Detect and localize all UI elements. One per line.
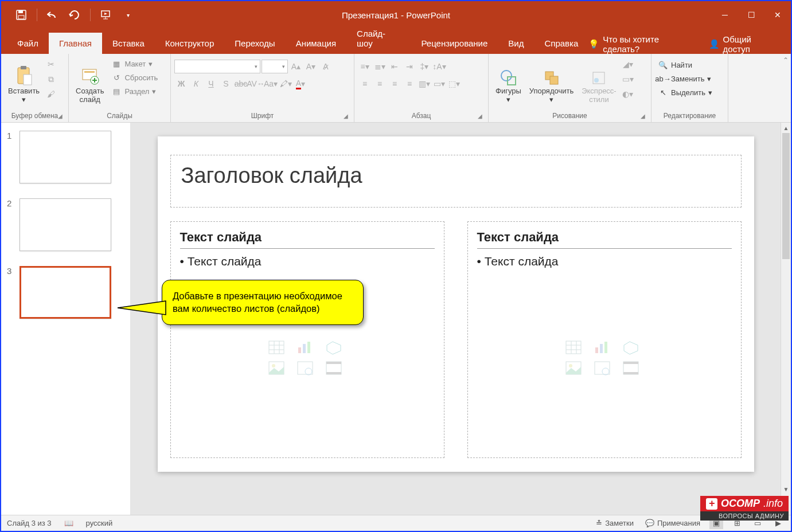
italic-icon[interactable]: К — [189, 77, 203, 91]
tab-home[interactable]: Главная — [49, 33, 102, 54]
tab-view[interactable]: Вид — [498, 33, 534, 54]
insert-picture-icon[interactable] — [268, 361, 286, 376]
tab-review[interactable]: Рецензирование — [411, 33, 498, 54]
decrease-font-icon[interactable]: A▾ — [304, 60, 318, 73]
close-button[interactable]: ✕ — [764, 1, 791, 29]
strike-icon[interactable]: abc — [234, 77, 248, 91]
collapse-ribbon-icon[interactable]: ⌃ — [783, 56, 789, 64]
font-family-select[interactable] — [174, 60, 260, 73]
align-right-icon[interactable]: ≡ — [388, 77, 401, 91]
insert-smartart-icon[interactable] — [326, 341, 343, 355]
decrease-indent-icon[interactable]: ⇤ — [388, 60, 401, 73]
reset-button[interactable]: ↺Сбросить — [108, 71, 161, 84]
scroll-track[interactable] — [781, 133, 791, 484]
spellcheck-button[interactable]: 📖 — [62, 519, 76, 527]
scroll-thumb[interactable] — [782, 133, 790, 259]
tab-slideshow[interactable]: Слайд-шоу — [346, 23, 411, 54]
insert-online-picture-icon[interactable] — [297, 361, 314, 376]
svg-point-46 — [602, 368, 609, 375]
start-from-beginning-icon[interactable] — [96, 5, 116, 25]
bullets-icon[interactable]: ≡▾ — [358, 60, 372, 73]
insert-smartart-icon[interactable] — [623, 341, 640, 355]
minimize-button[interactable]: ─ — [712, 1, 738, 29]
slide-counter[interactable]: Слайд 3 из 3 — [7, 519, 52, 527]
char-spacing-icon[interactable]: AV↔ — [249, 77, 263, 91]
thumb-number: 1 — [7, 131, 15, 140]
columns-icon[interactable]: ▥▾ — [418, 77, 431, 91]
insert-chart-icon[interactable] — [594, 341, 611, 355]
new-slide-button[interactable]: Создать слайд — [72, 56, 107, 107]
redo-icon[interactable] — [65, 5, 84, 25]
insert-table-icon[interactable] — [268, 341, 286, 355]
align-left-icon[interactable]: ≡ — [358, 77, 372, 91]
line-spacing-icon[interactable]: ‡▾ — [418, 60, 431, 73]
smartart-icon[interactable]: ⬚▾ — [447, 77, 461, 91]
shape-fill-icon[interactable]: ◢▾ — [621, 57, 635, 71]
insert-online-picture-icon[interactable] — [594, 361, 611, 376]
undo-icon[interactable] — [43, 5, 63, 25]
tab-animations[interactable]: Анимация — [286, 33, 346, 54]
tab-transitions[interactable]: Переходы — [224, 33, 285, 54]
select-button[interactable]: ↖Выделить ▾ — [655, 86, 715, 99]
notes-button[interactable]: ≛Заметки — [594, 519, 636, 527]
slide-thumbnail-2[interactable] — [19, 198, 111, 251]
slide-thumbnail-3[interactable] — [19, 266, 111, 319]
numbering-icon[interactable]: ≣▾ — [373, 60, 387, 73]
clipboard-launcher-icon[interactable]: ◢ — [57, 113, 64, 120]
vertical-scrollbar[interactable]: ▲ ▼ ⯭ ⯯ — [781, 123, 791, 515]
insert-chart-icon[interactable] — [297, 341, 314, 355]
insert-table-icon[interactable] — [565, 341, 583, 355]
insert-picture-icon[interactable] — [565, 361, 583, 376]
paragraph-launcher-icon[interactable]: ◢ — [477, 113, 483, 120]
format-painter-icon[interactable]: 🖌 — [44, 87, 58, 101]
drawing-launcher-icon[interactable]: ◢ — [639, 113, 646, 120]
find-button[interactable]: 🔍Найти — [655, 58, 715, 71]
font-size-select[interactable] — [262, 60, 288, 73]
increase-font-icon[interactable]: A▴ — [289, 60, 303, 73]
save-icon[interactable] — [11, 5, 31, 25]
shape-outline-icon[interactable]: ▭▾ — [621, 72, 635, 86]
tab-design[interactable]: Конструктор — [155, 33, 225, 54]
tab-insert[interactable]: Вставка — [102, 33, 155, 54]
tab-help[interactable]: Справка — [534, 33, 588, 54]
underline-icon[interactable]: Ч — [204, 77, 218, 91]
comments-button[interactable]: 💬Примечания — [643, 519, 703, 527]
language-indicator[interactable]: русский — [86, 519, 113, 527]
content-placeholder-left[interactable]: Текст слайда Текст слайда — [170, 221, 444, 458]
shape-effects-icon[interactable]: ◐▾ — [621, 87, 635, 101]
cut-icon[interactable]: ✂ — [44, 57, 58, 71]
change-case-icon[interactable]: Aa▾ — [264, 77, 278, 91]
justify-icon[interactable]: ≡ — [403, 77, 416, 91]
font-launcher-icon[interactable]: ◢ — [342, 113, 349, 120]
copy-icon[interactable]: ⧉ — [44, 72, 58, 86]
content-placeholder-right[interactable]: Текст слайда Текст слайда — [467, 221, 742, 458]
align-center-icon[interactable]: ≡ — [373, 77, 387, 91]
shapes-button[interactable]: Фигуры▾ — [492, 56, 525, 107]
insert-video-icon[interactable] — [623, 361, 640, 376]
scroll-up-icon[interactable]: ▲ — [781, 123, 791, 133]
insert-video-icon[interactable] — [326, 361, 343, 376]
replace-button[interactable]: ab→Заменить ▾ — [655, 72, 715, 85]
section-button[interactable]: ▤Раздел ▾ — [108, 85, 161, 97]
slide-thumbnail-1[interactable] — [19, 131, 111, 183]
quick-styles-button[interactable]: Экспресс- стили — [578, 56, 620, 107]
scroll-down-icon[interactable]: ▼ — [781, 484, 791, 494]
increase-indent-icon[interactable]: ⇥ — [403, 60, 416, 73]
tab-file[interactable]: Файл — [7, 33, 49, 54]
layout-button[interactable]: ▦Макет ▾ — [108, 57, 161, 70]
highlight-icon[interactable]: 🖍▾ — [279, 77, 292, 91]
bold-icon[interactable]: Ж — [174, 77, 188, 91]
paste-button[interactable]: Вставить▾ — [5, 56, 43, 107]
maximize-button[interactable]: ☐ — [738, 1, 764, 29]
share-button[interactable]: 👤Общий доступ — [709, 34, 779, 54]
font-color-icon[interactable]: A▾ — [294, 77, 307, 91]
clear-format-icon[interactable]: A̷ — [319, 60, 333, 73]
tell-me[interactable]: 💡Что вы хотите сделать? — [588, 34, 696, 54]
shadow-icon[interactable]: S — [219, 77, 233, 91]
align-text-icon[interactable]: ▭▾ — [432, 77, 446, 91]
text-direction-icon[interactable]: ↕A▾ — [432, 60, 446, 73]
qat-customize-icon[interactable]: ▾ — [118, 5, 138, 25]
replace-icon: ab→ — [658, 73, 668, 84]
title-placeholder[interactable]: Заголовок слайда — [170, 155, 742, 208]
arrange-button[interactable]: Упорядочить▾ — [526, 56, 577, 107]
